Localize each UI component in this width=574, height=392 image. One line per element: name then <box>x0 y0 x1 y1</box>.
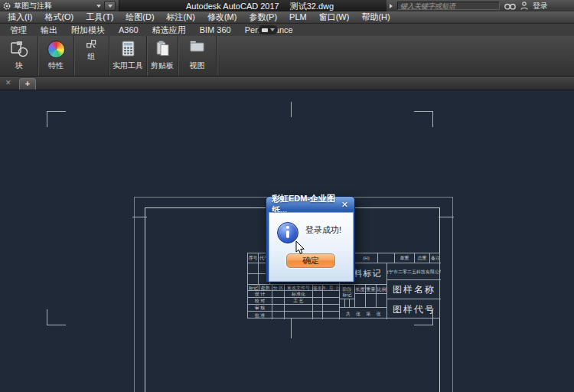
user-icon[interactable] <box>520 2 528 10</box>
panel-utilities[interactable]: 实用工具 <box>109 36 147 76</box>
tab-a360[interactable]: A360 <box>112 24 145 36</box>
centering-mark <box>439 217 454 217</box>
panel-label-utilities: 实用工具 <box>109 60 146 71</box>
menu-draw[interactable]: 绘图(D) <box>119 11 160 23</box>
chevron-down-icon <box>96 5 101 8</box>
calculator-icon <box>109 41 146 57</box>
sign-in-button[interactable]: 登录 <box>533 1 548 11</box>
tab-featured-apps[interactable]: 精选应用 <box>145 24 193 36</box>
titleblock-cell: 备注 <box>430 253 441 263</box>
corner-mark <box>47 111 66 112</box>
media-dropdown-button[interactable] <box>258 25 278 34</box>
corner-mark <box>414 111 433 112</box>
panel-label-groups: 组 <box>74 51 109 62</box>
centering-mark <box>291 318 292 338</box>
corner-mark <box>47 309 47 325</box>
folder-icon <box>178 41 216 52</box>
titleblock-cell <box>378 253 395 263</box>
new-drawing-tab-button[interactable]: + <box>19 78 36 90</box>
group-icon <box>74 40 109 49</box>
ok-button[interactable]: 确定 <box>286 253 335 268</box>
titleblock-cell: 总重 <box>415 253 430 263</box>
close-icon[interactable]: ✕ <box>5 79 11 87</box>
titleblock-cell: 序号 <box>248 253 259 263</box>
panel-properties[interactable]: 特性 <box>38 36 74 76</box>
edm-login-dialog: 彩虹EDM-企业图纸... ✕ 登录成功! 确定 <box>266 196 355 283</box>
titleblock-sheet-row: 共张 第张 <box>340 308 387 319</box>
ribbon-tab-bar: 管理 输出 附加模块 A360 精选应用 BIM 360 Performance <box>0 24 574 36</box>
menu-dimension[interactable]: 标注(N) <box>161 11 201 23</box>
dialog-body: 登录成功! 确定 <box>269 212 354 282</box>
dialog-close-icon[interactable]: ✕ <box>341 200 354 210</box>
dialog-titlebar[interactable]: 彩虹EDM-企业图纸... ✕ <box>266 197 354 212</box>
dialog-shadow <box>269 283 357 286</box>
document-name: 测试32.dwg <box>290 2 334 11</box>
titleblock-drawing-code: 图样代号 <box>387 299 441 319</box>
menu-plm[interactable]: PLM <box>283 11 313 23</box>
workspace-dropdown-button[interactable] <box>104 1 116 11</box>
panel-view[interactable]: 视图 <box>178 36 217 76</box>
panel-block[interactable]: 块 <box>0 36 38 76</box>
menu-bar: 插入(I) 格式(O) 工具(T) 绘图(D) 标注(N) 修改(M) 参数(P… <box>0 11 574 24</box>
app-titlebar: 草图与注释 Autodesk AutoCAD 2017测试32.dwg 登录 <box>0 0 574 11</box>
titleblock-drawing-name: 图样名称 <box>387 280 441 299</box>
workspace-label: 草图与注释 <box>14 1 93 11</box>
panel-label-clipboard: 剪贴板 <box>147 60 178 71</box>
collapse-search-icon[interactable] <box>390 4 393 8</box>
corner-mark <box>47 111 47 127</box>
window-title: Autodesk AutoCAD 2017测试32.dwg <box>186 1 334 12</box>
autocad-window: { "titlebar": { "workspace_label": "草图与注… <box>0 0 574 392</box>
panel-label-view: 视图 <box>178 60 216 71</box>
tab-bim360[interactable]: BIM 360 <box>193 24 238 36</box>
ribbon-panel-row: 块 特性 组 实用工具 <box>0 36 574 77</box>
centering-mark <box>291 102 292 117</box>
corner-mark <box>47 325 66 325</box>
titleblock-stage-mark: 阶段标记 <box>340 285 355 299</box>
menu-help[interactable]: 帮助(H) <box>355 11 396 23</box>
mouse-cursor-icon <box>295 240 305 255</box>
panel-label-properties: 特性 <box>38 60 73 71</box>
infocenter: 登录 <box>386 0 574 11</box>
file-tab-bar: ✕ + <box>0 77 574 90</box>
corner-mark <box>432 111 433 127</box>
corner-mark <box>414 325 433 325</box>
dialog-message: 登录成功! <box>305 224 341 236</box>
menu-tools[interactable]: 工具(T) <box>80 11 119 23</box>
menu-insert[interactable]: 插入(I) <box>2 11 38 23</box>
titleblock-cell: 单重 <box>395 253 415 263</box>
binoculars-icon[interactable] <box>504 2 516 10</box>
panel-groups[interactable]: 组 <box>74 36 109 76</box>
menu-modify[interactable]: 修改(M) <box>201 11 243 23</box>
panel-label-block: 块 <box>0 60 38 71</box>
ribbon-empty-space <box>217 36 574 76</box>
tab-manage[interactable]: 管理 <box>3 24 34 36</box>
menu-parametric[interactable]: 参数(P) <box>243 11 283 23</box>
panel-clipboard[interactable]: 剪贴板 <box>147 36 178 76</box>
gear-icon <box>3 2 11 10</box>
titleblock-cell: (H) <box>355 253 378 263</box>
titleblock-company: 南宁市二零二五科技有限公司 <box>387 263 441 280</box>
app-title: Autodesk AutoCAD 2017 <box>186 2 279 11</box>
clipboard-icon <box>147 41 178 57</box>
video-icon <box>262 28 268 32</box>
menu-format[interactable]: 格式(O) <box>38 11 80 23</box>
centering-mark <box>132 217 147 217</box>
tab-output[interactable]: 输出 <box>34 24 64 36</box>
block-icon <box>0 41 38 59</box>
color-wheel-icon <box>38 41 73 58</box>
menu-window[interactable]: 窗口(W) <box>313 11 356 23</box>
workspace-switcher[interactable]: 草图与注释 <box>0 0 119 11</box>
tab-addins[interactable]: 附加模块 <box>64 24 112 36</box>
search-input[interactable] <box>397 2 500 10</box>
